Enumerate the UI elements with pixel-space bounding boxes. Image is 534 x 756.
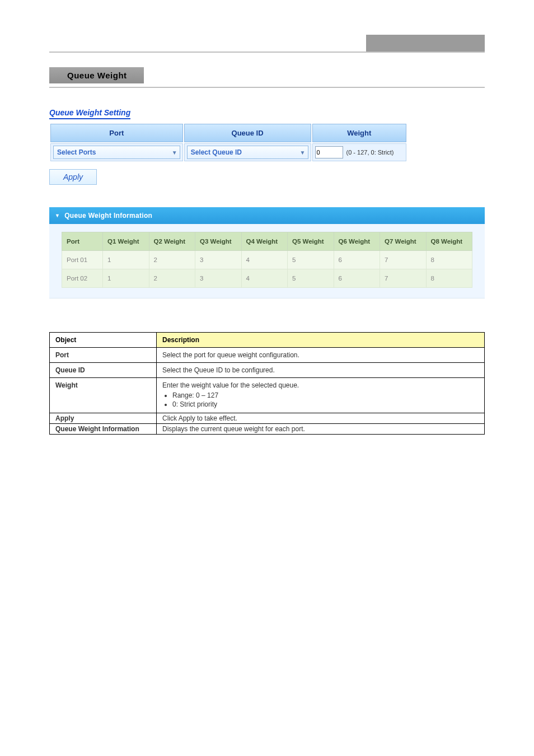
info-col-q1: Q1 Weight: [103, 232, 149, 251]
cell-q6: 6: [334, 251, 380, 269]
setting-header-row: Port Queue ID Weight: [50, 124, 406, 142]
setting-input-row: Select Ports ▼ Select Queue ID ▼: [50, 143, 406, 161]
desc-obj: Apply: [50, 413, 157, 424]
desc-obj: Port: [50, 348, 157, 363]
info-col-q3: Q3 Weight: [195, 232, 242, 251]
cell-q4: 4: [241, 269, 288, 288]
weight-hint: (0 - 127, 0: Strict): [346, 149, 394, 156]
apply-button[interactable]: Apply: [49, 169, 97, 185]
cell-port: Port 02: [62, 269, 103, 288]
desc-text: Click Apply to take effect.: [157, 413, 485, 424]
queue-weight-setting-section: Queue Weight Setting Port Queue ID Weigh…: [49, 92, 485, 185]
cell-q1: 1: [103, 251, 149, 269]
top-gray-bar: [366, 35, 485, 52]
cell-q1: 1: [103, 269, 149, 288]
table-row: Port 01 1 2 3 4 5 6 7 8: [62, 251, 472, 269]
info-col-q8: Q8 Weight: [426, 232, 472, 251]
weight-cell: (0 - 127, 0: Strict): [315, 146, 404, 158]
desc-text: Select the Queue ID to be configured.: [157, 363, 485, 378]
table-row: Port 02 1 2 3 4 5 6 7 8: [62, 269, 472, 288]
description-table-wrap: Object Description Port Select the port …: [49, 332, 485, 435]
select-ports-dropdown[interactable]: Select Ports ▼: [53, 146, 180, 159]
info-col-q5: Q5 Weight: [288, 232, 334, 251]
info-header-row: Port Q1 Weight Q2 Weight Q3 Weight Q4 We…: [62, 232, 472, 251]
desc-bullet: 0: Strict priority: [172, 400, 479, 408]
cell-q2: 2: [149, 269, 195, 288]
page-title-bar: Queue Weight: [49, 67, 485, 88]
description-table: Object Description Port Select the port …: [49, 332, 485, 435]
select-ports-label: Select Ports: [57, 148, 96, 156]
desc-obj: Queue Weight Information: [50, 424, 157, 435]
info-col-q2: Q2 Weight: [149, 232, 195, 251]
col-weight: Weight: [312, 124, 407, 142]
desc-text-line1: Enter the weight value for the selected …: [162, 381, 479, 389]
cell-q2: 2: [149, 251, 195, 269]
desc-text: Select the port for queue weight configu…: [157, 348, 485, 363]
setting-table: Port Queue ID Weight Select Ports ▼: [49, 123, 407, 162]
desc-text: Enter the weight value for the selected …: [157, 378, 485, 413]
info-table: Port Q1 Weight Q2 Weight Q3 Weight Q4 We…: [62, 232, 472, 288]
cell-q6: 6: [334, 269, 380, 288]
cell-q7: 7: [380, 251, 427, 269]
desc-text: Displays the current queue weight for ea…: [157, 424, 485, 435]
cell-port: Port 01: [62, 251, 103, 269]
desc-row: Apply Click Apply to take effect.: [50, 413, 485, 424]
desc-obj: Queue ID: [50, 363, 157, 378]
section-title-setting: Queue Weight Setting: [49, 108, 130, 119]
cell-q5: 5: [288, 251, 334, 269]
cell-q3: 3: [195, 251, 242, 269]
col-queueid: Queue ID: [184, 124, 311, 142]
queue-weight-info-panel: ▼ Queue Weight Information Port Q1 Weigh…: [49, 207, 485, 298]
info-col-q4: Q4 Weight: [241, 232, 288, 251]
desc-col-object: Object: [50, 333, 157, 348]
cell-q5: 5: [288, 269, 334, 288]
top-horizontal-rule: [49, 52, 485, 53]
desc-bullet: Range: 0 – 127: [172, 391, 479, 399]
info-panel-title: Queue Weight Information: [64, 212, 152, 220]
cell-q8: 8: [426, 251, 472, 269]
select-queueid-dropdown[interactable]: Select Queue ID ▼: [187, 146, 308, 159]
info-col-q6: Q6 Weight: [334, 232, 380, 251]
desc-row: Queue Weight Information Displays the cu…: [50, 424, 485, 435]
info-col-port: Port: [62, 232, 103, 251]
info-panel-header[interactable]: ▼ Queue Weight Information: [49, 207, 485, 224]
desc-row: Weight Enter the weight value for the se…: [50, 378, 485, 413]
cell-q4: 4: [241, 251, 288, 269]
info-col-q7: Q7 Weight: [380, 232, 427, 251]
chevron-down-icon: ▼: [172, 150, 177, 156]
desc-obj: Weight: [50, 378, 157, 413]
desc-header-row: Object Description: [50, 333, 485, 348]
select-queueid-label: Select Queue ID: [191, 148, 242, 156]
col-port: Port: [50, 124, 183, 142]
cell-q3: 3: [195, 269, 242, 288]
weight-input[interactable]: [315, 146, 343, 158]
desc-row: Queue ID Select the Queue ID to be confi…: [50, 363, 485, 378]
chevron-down-icon: ▼: [55, 213, 60, 218]
chevron-down-icon: ▼: [300, 150, 306, 156]
desc-bullets: Range: 0 – 127 0: Strict priority: [172, 391, 479, 408]
desc-col-description: Description: [157, 333, 485, 348]
page-title: Queue Weight: [49, 67, 144, 83]
cell-q8: 8: [426, 269, 472, 288]
cell-q7: 7: [380, 269, 427, 288]
desc-row: Port Select the port for queue weight co…: [50, 348, 485, 363]
